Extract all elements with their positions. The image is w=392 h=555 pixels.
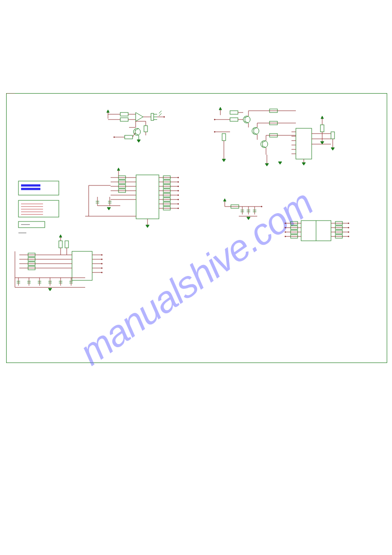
block-rc-filter xyxy=(223,199,263,220)
svg-rect-2 xyxy=(120,112,128,116)
svg-point-105 xyxy=(178,181,179,183)
svg-point-198 xyxy=(101,268,103,269)
svg-point-158 xyxy=(285,227,286,229)
svg-rect-26 xyxy=(230,111,238,114)
svg-point-10 xyxy=(164,116,165,118)
svg-rect-74 xyxy=(331,132,334,139)
svg-rect-8 xyxy=(151,113,154,120)
svg-rect-27 xyxy=(230,118,238,121)
schematic-svg xyxy=(6,93,386,362)
svg-rect-179 xyxy=(65,241,68,248)
svg-rect-23 xyxy=(144,126,147,132)
svg-point-29 xyxy=(214,119,216,120)
svg-point-120 xyxy=(178,203,179,205)
svg-point-31 xyxy=(214,131,216,133)
svg-point-167 xyxy=(348,223,349,224)
svg-point-155 xyxy=(285,223,286,224)
block-quad-gate xyxy=(285,221,349,241)
svg-rect-62 xyxy=(320,125,324,132)
legend-boxes xyxy=(18,181,59,233)
svg-point-108 xyxy=(178,186,179,187)
svg-rect-182 xyxy=(72,251,92,280)
svg-rect-89 xyxy=(136,175,159,219)
svg-rect-64 xyxy=(296,128,312,159)
svg-point-114 xyxy=(178,195,179,196)
block-ic-left-caps xyxy=(6,93,103,291)
svg-point-102 xyxy=(178,177,179,178)
svg-point-111 xyxy=(178,190,179,192)
block-amplifier-connector xyxy=(214,107,335,166)
svg-point-192 xyxy=(101,254,103,256)
svg-point-173 xyxy=(348,232,349,233)
svg-point-176 xyxy=(348,236,349,237)
svg-point-200 xyxy=(101,272,103,273)
svg-rect-5 xyxy=(120,118,128,121)
svg-point-20 xyxy=(114,137,115,138)
block-ic-latch xyxy=(85,168,179,228)
svg-point-117 xyxy=(178,199,179,200)
svg-point-170 xyxy=(348,227,349,229)
svg-rect-53 xyxy=(222,134,226,141)
block-transistor-led xyxy=(107,110,165,142)
svg-point-161 xyxy=(285,232,286,233)
svg-rect-178 xyxy=(59,241,62,248)
svg-point-164 xyxy=(285,236,286,237)
svg-rect-18 xyxy=(125,135,133,139)
svg-point-194 xyxy=(101,259,103,260)
svg-point-196 xyxy=(101,263,103,265)
svg-point-123 xyxy=(178,208,179,209)
